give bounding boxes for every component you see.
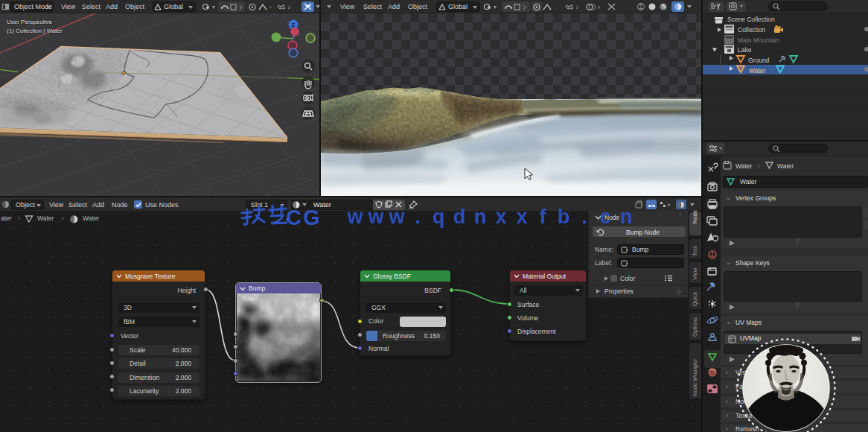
- svg-text:Scene Collection: Scene Collection: [727, 16, 775, 23]
- svg-text:Z: Z: [292, 22, 296, 28]
- svg-text:Water: Water: [749, 67, 766, 74]
- svg-text:Lake: Lake: [738, 46, 752, 54]
- svg-text:Ground: Ground: [748, 57, 770, 64]
- svg-text:Main Mountain: Main Mountain: [738, 36, 779, 44]
- svg-text:Collection: Collection: [738, 26, 766, 34]
